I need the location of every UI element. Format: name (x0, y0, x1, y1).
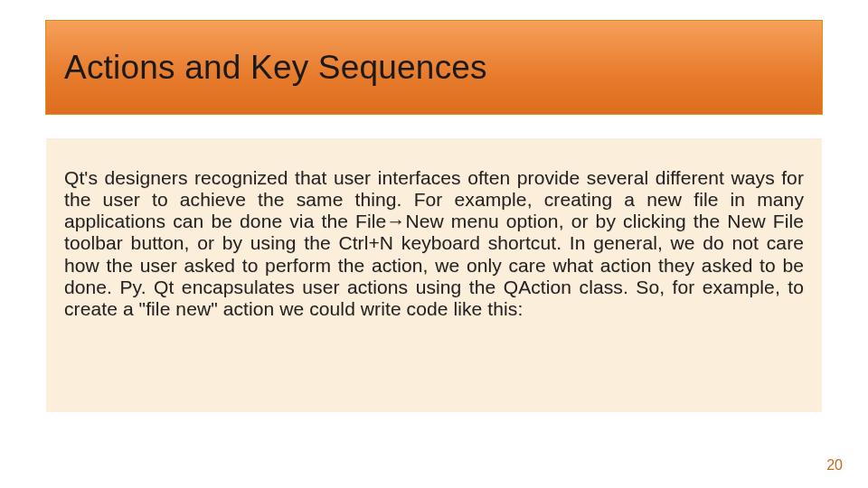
title-bar: Actions and Key Sequences (45, 20, 823, 115)
page-number: 20 (826, 457, 843, 474)
slide-title: Actions and Key Sequences (64, 49, 487, 87)
body-panel: Qt's designers recognized that user inte… (45, 137, 823, 413)
slide-body-text: Qt's designers recognized that user inte… (64, 167, 804, 320)
